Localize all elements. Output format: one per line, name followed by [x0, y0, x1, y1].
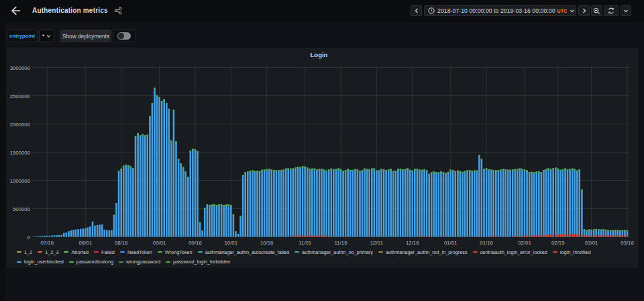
- svg-text:03/16: 03/16: [621, 240, 634, 246]
- svg-text:09/16: 09/16: [189, 240, 202, 246]
- svg-text:10/01: 10/01: [225, 240, 238, 246]
- svg-text:12/01: 12/01: [370, 240, 384, 246]
- svg-text:08/16: 08/16: [115, 240, 128, 246]
- svg-text:500000: 500000: [13, 206, 31, 212]
- svg-text:2000000: 2000000: [10, 122, 31, 128]
- svg-text:08/01: 08/01: [79, 240, 93, 246]
- svg-text:01/01: 01/01: [444, 240, 458, 246]
- svg-text:2500000: 2500000: [10, 93, 31, 99]
- svg-text:02/15: 02/15: [551, 240, 565, 246]
- svg-text:11/16: 11/16: [335, 240, 347, 246]
- svg-text:1000000: 1000000: [10, 178, 31, 184]
- svg-text:12/16: 12/16: [406, 240, 419, 246]
- svg-text:03/01: 03/01: [585, 240, 598, 246]
- svg-text:01/16: 01/16: [480, 240, 493, 246]
- svg-text:11/01: 11/01: [299, 240, 311, 246]
- svg-text:09/01: 09/01: [153, 240, 166, 246]
- svg-text:0: 0: [28, 234, 31, 241]
- svg-text:1500000: 1500000: [10, 150, 31, 156]
- svg-text:07/16: 07/16: [41, 240, 54, 246]
- svg-text:3000000: 3000000: [10, 65, 31, 71]
- svg-text:02/01: 02/01: [518, 240, 531, 246]
- svg-text:10/16: 10/16: [260, 240, 274, 246]
